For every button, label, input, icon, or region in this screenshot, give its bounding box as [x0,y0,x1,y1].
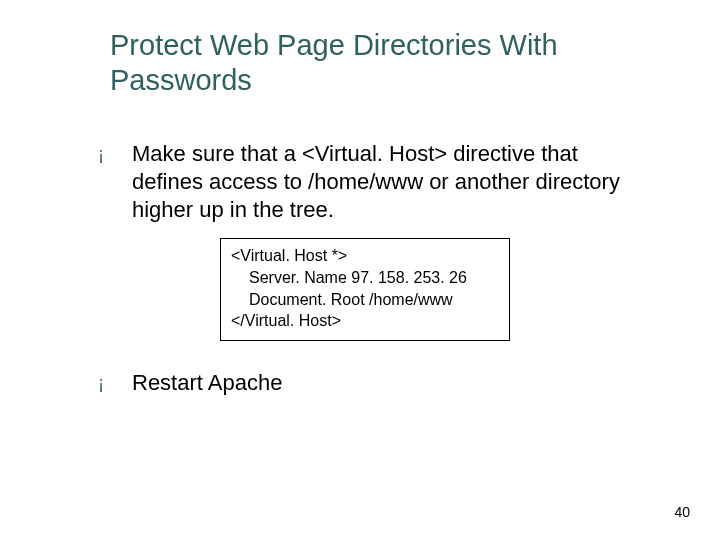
slide: Protect Web Page Directories With Passwo… [0,0,720,540]
bullet-item: ¡ Restart Apache [98,369,638,397]
page-number: 40 [674,504,690,520]
bullet-marker-icon: ¡ [98,140,132,168]
code-block: <Virtual. Host *> Server. Name 97. 158. … [220,238,510,340]
slide-body: ¡ Make sure that a <Virtual. Host> direc… [98,140,638,405]
bullet-text: Make sure that a <Virtual. Host> directi… [132,140,638,224]
code-line: </Virtual. Host> [231,310,499,332]
bullet-item: ¡ Make sure that a <Virtual. Host> direc… [98,140,638,224]
code-line: <Virtual. Host *> [231,245,499,267]
bullet-marker-icon: ¡ [98,369,132,397]
slide-title: Protect Web Page Directories With Passwo… [110,28,650,98]
code-line: Document. Root /home/www [231,289,499,311]
bullet-text: Restart Apache [132,369,282,397]
code-line: Server. Name 97. 158. 253. 26 [231,267,499,289]
